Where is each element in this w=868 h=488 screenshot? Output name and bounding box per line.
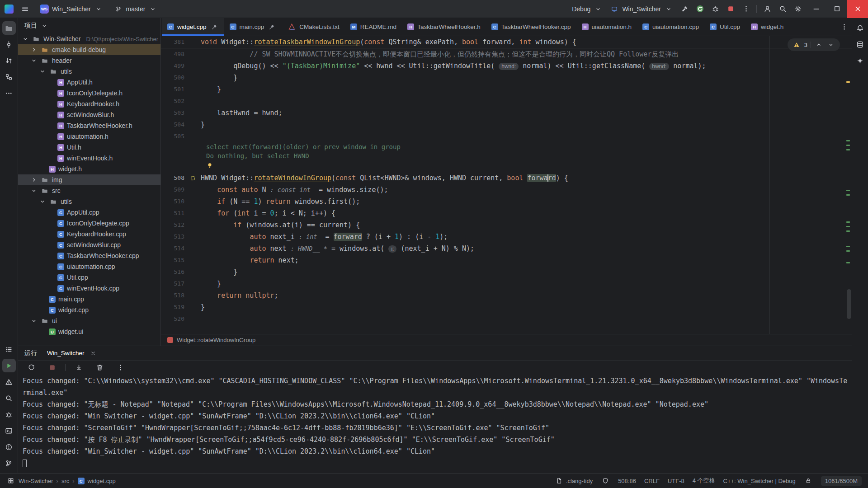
stop-process-button[interactable] [44,361,60,374]
chevron-down-icon[interactable] [30,57,38,64]
scroll-to-end-button[interactable] [71,361,86,374]
todo-button[interactable] [2,343,16,356]
ai-assistant-button[interactable] [854,54,867,67]
project-widget[interactable]: WS Win_Switcher [36,3,107,15]
editor-tab[interactable]: Hwidget.h [745,18,789,36]
line-ending-widget[interactable]: CRLF [644,478,660,484]
inspections-widget[interactable]: 3 [788,38,840,51]
caret-position-widget[interactable]: 508:86 [618,478,636,484]
tree-item[interactable]: HTaskbarWheelHooker.h [18,120,160,131]
tree-item[interactable]: Win-SwitcherD:\Qt\projects\Win-Switcher [18,33,160,44]
prev-issue-button[interactable] [814,40,823,49]
tree-item[interactable]: CwinEventHook.cpp [18,283,160,294]
editor-tab[interactable]: CMakeLists.txt [282,18,345,36]
chevron-right-icon[interactable] [30,46,38,53]
tree-item[interactable]: src [18,185,160,196]
tree-item[interactable]: HKeyboardHooker.h [18,99,160,109]
tree-item[interactable]: Huiautomation.h [18,131,160,142]
tree-item[interactable]: Hwidget.h [18,164,160,174]
close-icon[interactable] [89,349,98,358]
run-tool-button[interactable] [2,359,16,372]
tree-item[interactable]: Uwidget.ui [18,326,160,337]
problems-button[interactable] [2,375,16,389]
recursive-call-icon[interactable] [184,172,201,184]
more-run-actions-button[interactable] [738,3,754,15]
tree-item[interactable]: CIconOnlyDelegate.cpp [18,218,160,229]
events-button[interactable] [2,440,16,454]
close-button[interactable] [847,0,868,18]
tree-item[interactable]: HIconOnlyDelegate.h [18,88,160,99]
chevron-down-icon[interactable] [39,198,46,205]
tree-item[interactable]: cmake-build-debug [18,44,160,55]
commit-button[interactable] [2,38,16,51]
chevron-down-icon[interactable] [30,317,38,324]
tree-item[interactable]: CAppUtil.cpp [18,207,160,218]
branch-widget[interactable]: master [110,3,161,15]
tree-item[interactable]: HUtil.h [18,142,160,153]
editor-tab[interactable]: CTaskbarWheelHooker.cpp [486,18,576,36]
editor-tab[interactable]: Cuiautomation.cpp [637,18,704,36]
editor-tab[interactable]: MREADME.md [345,18,402,36]
breadcrumb-folder[interactable]: src [61,478,69,484]
rerun-button[interactable] [692,3,708,15]
structure-button[interactable] [2,70,16,84]
terminal-button[interactable] [2,424,16,437]
build-config-selector[interactable]: Debug [568,3,606,15]
tree-item[interactable]: CKeyboardHooker.cpp [18,229,160,239]
run-target-selector[interactable]: Win_Switcher [606,3,677,15]
tree-item[interactable]: CTaskbarWheelHooker.cpp [18,250,160,261]
debug-button[interactable] [708,3,723,15]
maximize-button[interactable] [826,0,847,18]
tree-item[interactable]: HAppUtil.h [18,77,160,88]
tree-item[interactable]: img [18,174,160,185]
build-button[interactable] [677,3,692,15]
editor-tab[interactable]: CUtil.cpp [704,18,745,36]
minimize-button[interactable] [806,0,826,18]
pull-requests-button[interactable] [2,54,16,67]
stop-button[interactable] [723,3,738,15]
tree-item[interactable]: Cmain.cpp [18,294,160,305]
version-control-button[interactable] [2,456,16,470]
project-button[interactable] [2,21,16,35]
clear-console-button[interactable] [92,361,107,374]
readonly-toggle[interactable] [804,476,813,485]
search-everywhere-button[interactable] [775,3,790,15]
console-output[interactable]: Focus changed: "C:\\Windows\\system32\\c… [18,374,852,473]
console-options-button[interactable] [113,361,128,374]
more-button[interactable] [2,86,16,100]
tree-item[interactable]: utils [18,66,160,77]
rerun-process-button[interactable] [24,361,39,374]
tree-item[interactable]: HwinEventHook.h [18,153,160,164]
chevron-down-icon[interactable] [39,68,46,75]
editor-tab[interactable]: Cmain.cpp [224,18,282,36]
code-with-me-button[interactable] [760,3,775,15]
editor-tab[interactable]: Cwidget.cpp [162,18,224,36]
chevron-down-icon[interactable] [30,187,38,194]
clang-tidy-widget[interactable]: .clang-tidy [555,476,593,485]
breadcrumb-file[interactable]: widget.cpp [88,478,116,484]
find-button[interactable] [2,391,16,405]
code-editor[interactable]: 381void Widget::rotateTaskbarWindowInGro… [161,36,852,334]
chevron-down-icon[interactable] [22,35,29,42]
scrollbar-thumb[interactable] [847,289,851,319]
tree-item[interactable]: Cuiautomation.cpp [18,261,160,272]
next-issue-button[interactable] [826,40,835,49]
memory-indicator[interactable]: 1061/6500M [821,476,862,486]
notifications-button[interactable] [854,21,867,35]
breadcrumb-project[interactable]: Win-Switcher [19,478,53,484]
database-button[interactable] [854,38,867,51]
inspections-profile-widget[interactable] [601,476,610,485]
tree-item[interactable]: utils [18,196,160,207]
main-menu-button[interactable] [17,3,33,15]
editor-tab[interactable]: Huiautomation.h [576,18,637,36]
tree-item[interactable]: Cwidget.cpp [18,305,160,315]
run-tab[interactable]: Win_Switcher [47,346,98,360]
indent-widget[interactable]: 4 个空格 [693,477,715,485]
chevron-right-icon[interactable] [30,176,38,183]
tree-item[interactable]: CUtil.cpp [18,272,160,283]
tree-item[interactable]: header [18,55,160,66]
editor-tab[interactable]: HTaskbarWheelHooker.h [402,18,486,36]
debug-tool-button[interactable] [2,408,16,421]
tree-item[interactable]: CsetWindowBlur.cpp [18,239,160,250]
encoding-widget[interactable]: UTF-8 [668,478,684,484]
